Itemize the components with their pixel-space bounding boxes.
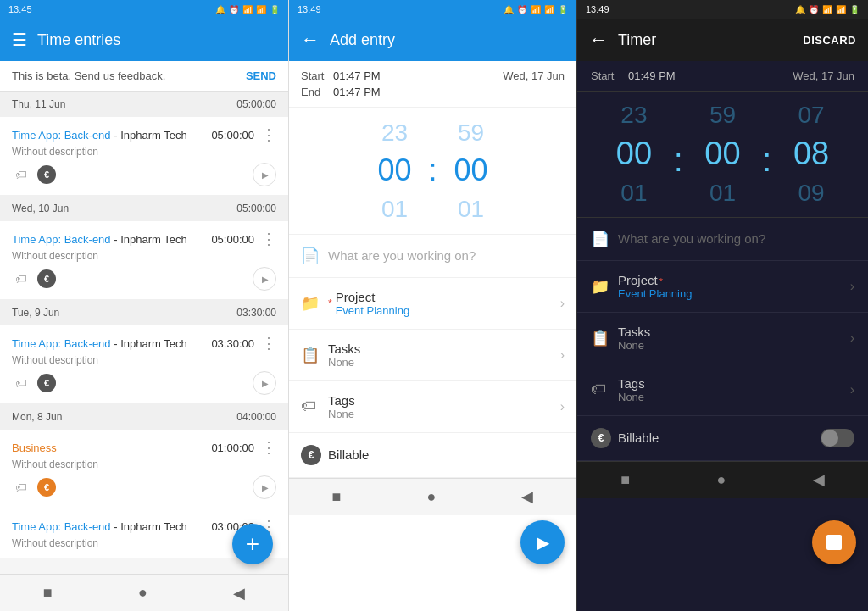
nav-stop[interactable]: ■ — [43, 584, 53, 602]
start-timer-fab[interactable]: ▶ — [520, 520, 565, 564]
nav-back-3[interactable]: ◀ — [813, 470, 825, 489]
play-button[interactable] — [253, 475, 276, 499]
add-entry-fab[interactable]: + — [232, 524, 273, 564]
nav-stop-2[interactable]: ■ — [332, 488, 342, 506]
tags-field[interactable]: 🏷 Tags None › — [289, 381, 576, 433]
more-icon[interactable]: ⋮ — [261, 125, 276, 144]
tag-icon: 🏷 — [12, 165, 31, 184]
tp-col3-current[interactable]: 08 — [793, 131, 829, 176]
billable-toggle[interactable] — [821, 429, 854, 447]
entry-right: 03:30:00 ⋮ — [211, 334, 276, 353]
entry-top: Time App: Back-end - Inpharm Tech 05:00:… — [12, 125, 276, 144]
nav-back[interactable]: ◀ — [233, 584, 245, 603]
tag-icon: 🏷 — [12, 374, 31, 392]
toggle-knob — [821, 430, 838, 447]
p3-billable-field[interactable]: € Billable — [577, 416, 868, 461]
header-2: ← Add entry — [289, 19, 576, 61]
hours-current[interactable]: 00 — [377, 149, 411, 192]
status-icons-2: 🔔⏰📶📶🔋 — [504, 5, 568, 14]
entry-bottom: 🏷 € — [12, 267, 276, 291]
entry-right: 05:00:00 ⋮ — [211, 125, 276, 144]
stop-icon — [826, 535, 842, 550]
nav-home-2[interactable]: ● — [426, 488, 436, 506]
end-row: End 01:47 PM — [301, 86, 565, 98]
p3-desc-placeholder[interactable]: What are you working on? — [618, 231, 765, 246]
panel-time-entries: 13:45 🔔⏰📶📶🔋 ☰ Time entries This is beta.… — [0, 0, 288, 611]
p3-project-label: Project* — [618, 273, 850, 287]
p3-tasks-field[interactable]: 📋 Tasks None › — [577, 313, 868, 364]
header-title-2: Add entry — [330, 31, 565, 49]
status-bar-1: 13:45 🔔⏰📶📶🔋 — [0, 0, 288, 19]
section-date-1: Wed, 10 Jun — [12, 203, 69, 214]
p3-start-time[interactable]: 01:49 PM — [628, 69, 676, 82]
time-picker-2[interactable]: 23 00 01 : 59 00 01 — [289, 108, 576, 235]
minutes-prev: 59 — [458, 116, 484, 149]
play-button[interactable] — [253, 267, 276, 291]
section-dur-1: 05:00:00 — [236, 203, 276, 214]
tags-value: None — [328, 408, 560, 420]
menu-icon[interactable]: ☰ — [12, 30, 27, 50]
project-field[interactable]: 📁 * Project Event Planning › — [289, 278, 576, 330]
tp-col1-current[interactable]: 00 — [616, 131, 652, 176]
entry-bottom: 🏷 € — [12, 371, 276, 395]
billable-field[interactable]: € Billable — [289, 433, 576, 478]
discard-button[interactable]: DISCARD — [803, 34, 856, 47]
header-1: ☰ Time entries — [0, 19, 288, 61]
status-bar-2: 13:49 🔔⏰📶📶🔋 — [289, 0, 576, 19]
tasks-value: None — [328, 356, 560, 369]
p3-description-field[interactable]: 📄 What are you working on? — [577, 218, 868, 261]
description-placeholder[interactable]: What are you working on? — [328, 248, 476, 263]
send-button[interactable]: SEND — [246, 69, 276, 82]
p3-tasks-icon: 📋 — [591, 329, 618, 347]
p3-tags-field[interactable]: 🏷 Tags None › — [577, 364, 868, 416]
description-field[interactable]: 📄 What are you working on? — [289, 235, 576, 278]
stop-timer-fab[interactable] — [812, 520, 856, 564]
euro-badge: € — [37, 269, 56, 288]
nav-home-3[interactable]: ● — [716, 471, 726, 489]
nav-home[interactable]: ● — [138, 584, 147, 602]
more-icon[interactable]: ⋮ — [261, 334, 276, 353]
end-time[interactable]: 01:47 PM — [333, 86, 381, 98]
status-icons-1: 🔔⏰📶📶🔋 — [215, 5, 280, 14]
back-button-3[interactable]: ← — [589, 29, 608, 51]
time-info-2: Start 01:47 PM Wed, 17 Jun End 01:47 PM — [289, 61, 576, 108]
status-time-1: 13:45 — [8, 4, 32, 14]
back-button-2[interactable]: ← — [301, 29, 320, 51]
p3-start-label: Start — [591, 69, 621, 82]
timer-picker[interactable]: 23 00 01 : 59 00 01 : 07 08 09 — [577, 92, 868, 218]
tasks-field[interactable]: 📋 Tasks None › — [289, 330, 576, 381]
entry-right: 01:00:00 ⋮ — [211, 438, 276, 457]
more-icon[interactable]: ⋮ — [261, 230, 276, 248]
nav-stop-3[interactable]: ■ — [620, 471, 630, 489]
billable-icon: € — [301, 445, 321, 465]
entry-title-3-0: Business — [12, 442, 57, 454]
description-icon: 📄 — [301, 247, 328, 265]
bottom-nav-1: ■ ● ◀ — [0, 574, 288, 611]
entries-scroll[interactable]: Thu, 11 Jun 05:00:00 Time App: Back-end … — [0, 92, 288, 574]
hours-next: 01 — [381, 192, 408, 225]
bottom-nav-2: ■ ● ◀ — [289, 478, 576, 515]
entry-item: Business 01:00:00 ⋮ Without description … — [0, 430, 288, 508]
start-time[interactable]: 01:47 PM — [333, 69, 381, 82]
minutes-current[interactable]: 00 — [453, 149, 487, 192]
play-button[interactable] — [253, 163, 276, 186]
status-time-3: 13:49 — [586, 4, 609, 14]
p3-project-field[interactable]: 📁 Project* Event Planning › — [577, 261, 868, 313]
more-icon[interactable]: ⋮ — [261, 438, 276, 457]
tp-col3-prev: 07 — [798, 98, 824, 131]
tp-col3: 07 08 09 — [773, 98, 849, 210]
nav-back-2[interactable]: ◀ — [521, 487, 533, 506]
tp-col2: 59 00 01 — [685, 98, 761, 210]
p3-start-row: Start 01:49 PM Wed, 17 Jun — [591, 69, 854, 82]
tp-col2-current[interactable]: 00 — [704, 131, 740, 176]
project-icon: 📁 — [301, 294, 328, 313]
start-date: Wed, 17 Jun — [503, 69, 565, 82]
play-button[interactable] — [253, 371, 276, 395]
p3-tasks-value: None — [618, 339, 850, 352]
p3-tasks-arrow: › — [850, 330, 854, 346]
tp-col1-prev: 23 — [620, 98, 647, 131]
p3-billable-content: Billable — [618, 430, 821, 445]
time-info-3: Start 01:49 PM Wed, 17 Jun — [577, 61, 868, 92]
end-label: End — [301, 86, 326, 98]
section-date-3: Mon, 8 Jun — [12, 411, 62, 423]
